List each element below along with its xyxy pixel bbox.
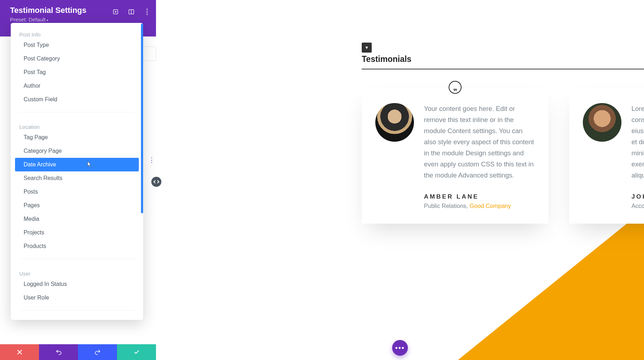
testimonial-role: Public Relations, Good Company — [424, 203, 535, 209]
dropdown-separator — [19, 310, 135, 311]
testimonial-name: JOHN SMITH — [631, 193, 644, 200]
dropdown-group-heading: User — [11, 265, 143, 277]
dropdown-item[interactable]: Date Archive — [15, 158, 139, 171]
scrollbar-track[interactable] — [141, 24, 143, 319]
preset-selector[interactable]: Preset: Default — [10, 16, 146, 23]
dropdown-item[interactable]: Author — [15, 79, 139, 93]
section-toggle-icon[interactable]: ▼ — [362, 43, 372, 53]
settings-panel: Testimonial Settings Preset: Default ter… — [0, 0, 156, 360]
section-divider — [362, 69, 644, 69]
condition-dropdown: Post InfoPost TypePost CategoryPost TagA… — [11, 23, 143, 320]
panel-action-bar — [0, 344, 156, 360]
close-button[interactable] — [0, 344, 39, 360]
redo-button[interactable] — [78, 344, 117, 360]
page-canvas: ▼ Testimonials „Your content goes here. … — [156, 0, 644, 360]
company-link[interactable]: Good Company — [469, 203, 511, 209]
svg-point-4 — [146, 9, 148, 10]
undo-button[interactable] — [39, 344, 78, 360]
quote-icon: „ — [449, 81, 462, 94]
section-title: Testimonials — [362, 54, 411, 64]
dropdown-item[interactable]: Custom Field — [15, 93, 139, 106]
dropdown-group-heading: Location — [11, 118, 143, 131]
dropdown-separator — [19, 259, 135, 259]
dropdown-item[interactable]: Category Page — [15, 144, 139, 158]
avatar — [375, 103, 414, 142]
dropdown-item[interactable]: Logged In Status — [15, 277, 139, 291]
panel-resize-handle[interactable] — [151, 177, 161, 187]
more-icon[interactable] — [143, 8, 151, 16]
scrollbar-thumb[interactable] — [141, 24, 143, 213]
testimonial-name: AMBER LANE — [424, 193, 535, 200]
field-more-icon[interactable]: ⋮ — [147, 156, 156, 165]
avatar — [583, 103, 621, 142]
testimonial-role: Accountant, Good Company — [631, 203, 644, 209]
svg-point-1 — [115, 11, 116, 13]
svg-point-5 — [146, 11, 148, 13]
dropdown-group-heading: Interaction — [11, 316, 143, 320]
testimonial-card: „Your content goes here. Edit or remove … — [362, 88, 548, 224]
dropdown-separator — [19, 112, 135, 112]
svg-point-6 — [146, 14, 148, 15]
panel-header: Testimonial Settings Preset: Default — [0, 0, 156, 26]
dropdown-group-heading: Post Info — [11, 26, 143, 38]
dropdown-item[interactable]: Projects — [15, 226, 139, 239]
svg-rect-0 — [113, 10, 118, 14]
dropdown-item[interactable]: Media — [15, 212, 139, 226]
dropdown-item[interactable]: Post Category — [15, 52, 139, 65]
dropdown-item[interactable]: Posts — [15, 185, 139, 199]
dropdown-item[interactable]: Tag Page — [15, 131, 139, 144]
expand-icon[interactable] — [112, 8, 119, 16]
dropdown-item[interactable]: Search Results — [15, 171, 139, 185]
testimonial-card: „Lorem ipsum dolor sit amet, consectetur… — [569, 88, 644, 224]
columns-icon[interactable] — [127, 8, 135, 16]
dropdown-item[interactable]: Post Type — [15, 38, 139, 52]
testimonial-text[interactable]: Lorem ipsum dolor sit amet, consectetur … — [631, 103, 644, 181]
testimonial-text[interactable]: Your content goes here. Edit or remove t… — [424, 103, 535, 181]
dropdown-item[interactable]: Post Tag — [15, 65, 139, 79]
builder-fab-button[interactable]: ••• — [392, 340, 408, 356]
decorative-triangle — [458, 210, 644, 360]
cursor-pointer-icon — [87, 161, 92, 167]
save-button[interactable] — [117, 344, 156, 360]
dropdown-item[interactable]: Pages — [15, 199, 139, 212]
dropdown-item[interactable]: Products — [15, 239, 139, 253]
dropdown-item[interactable]: User Role — [15, 291, 139, 305]
